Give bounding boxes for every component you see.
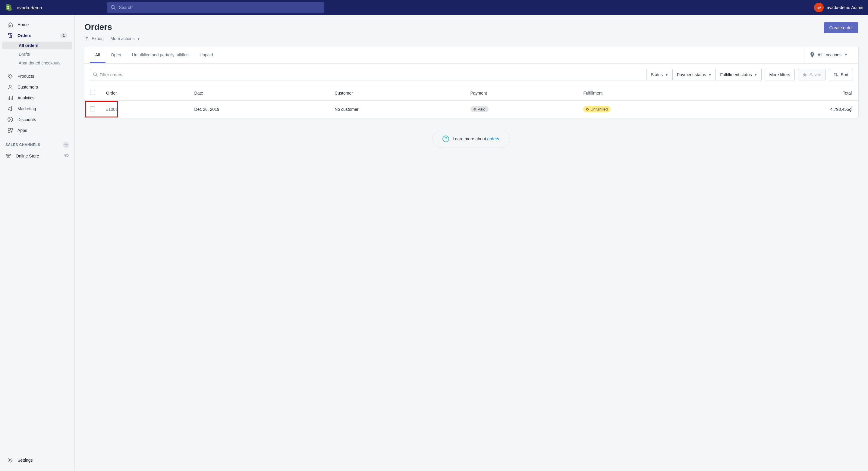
settings-label: Settings xyxy=(18,458,33,463)
search-icon xyxy=(93,72,98,77)
page-title: Orders xyxy=(84,22,112,32)
sidebar-item-products[interactable]: Products xyxy=(2,71,72,81)
sidebar-sub-abandoned-checkouts[interactable]: Abandoned checkouts xyxy=(2,59,72,67)
user-menu[interactable]: aA avada-demo Admin xyxy=(814,3,863,12)
sort-button[interactable]: Sort xyxy=(829,69,853,80)
column-fulfillment[interactable]: Fulfillment xyxy=(578,86,727,101)
sidebar-item-customers[interactable]: Customers xyxy=(2,82,72,92)
location-pin-icon xyxy=(810,52,815,58)
sales-channels-heading: SALES CHANNELS xyxy=(5,143,40,147)
plus-icon xyxy=(64,143,68,147)
sidebar-item-marketing[interactable]: Marketing xyxy=(2,104,72,113)
svg-line-1 xyxy=(114,8,116,10)
sidebar-item-label: Orders xyxy=(18,33,31,38)
more-filters-button[interactable]: More filters xyxy=(765,69,795,80)
sidebar-item-discounts[interactable]: Discounts xyxy=(2,115,72,124)
gear-icon xyxy=(7,457,13,463)
svg-point-3 xyxy=(9,85,11,87)
orders-card: AllOpenUnfulfilled and partially fulfill… xyxy=(84,46,858,118)
learn-more-card: Learn more about orders. xyxy=(433,130,510,148)
saved-filters-button[interactable]: Saved xyxy=(798,69,826,80)
status-filter[interactable]: Status▼ xyxy=(647,69,673,80)
order-total: 4,793,455₫ xyxy=(830,107,852,112)
eye-icon[interactable] xyxy=(64,153,69,159)
svg-rect-10 xyxy=(8,156,9,158)
shopify-logo-icon xyxy=(5,4,12,11)
column-payment[interactable]: Payment xyxy=(465,86,578,101)
search-icon xyxy=(111,5,116,10)
learn-more-suffix: . xyxy=(499,136,500,141)
user-name: avada-demo Admin xyxy=(827,5,863,10)
payment-status-filter[interactable]: Payment status▼ xyxy=(673,69,716,80)
column-customer[interactable]: Customer xyxy=(329,86,465,101)
order-customer: No customer xyxy=(335,107,358,112)
svg-point-13 xyxy=(94,73,97,76)
sidebar-item-label: Home xyxy=(18,22,29,27)
add-channel-button[interactable] xyxy=(63,142,69,148)
tab-open[interactable]: Open xyxy=(105,47,127,63)
learn-more-prefix: Learn more about xyxy=(453,136,487,141)
star-icon xyxy=(802,72,807,77)
chevron-down-icon: ▼ xyxy=(844,53,847,57)
global-search[interactable] xyxy=(107,2,324,13)
help-circle-icon xyxy=(442,136,449,142)
sidebar-item-label: Discounts xyxy=(18,117,36,122)
svg-point-16 xyxy=(445,140,446,141)
row-checkbox[interactable] xyxy=(90,106,95,111)
select-all-checkbox[interactable] xyxy=(90,90,95,95)
svg-point-2 xyxy=(9,75,10,76)
sidebar-item-label: Analytics xyxy=(18,96,34,100)
svg-rect-8 xyxy=(10,128,12,130)
table-row[interactable]: #1001Dec 26, 2019No customerPaidUnfulfil… xyxy=(84,101,858,118)
svg-point-0 xyxy=(111,5,114,8)
avatar: aA xyxy=(814,3,824,12)
sidebar-item-label: Marketing xyxy=(18,106,36,111)
column-date[interactable]: Date xyxy=(189,86,330,101)
sidebar-badge: 1 xyxy=(60,33,67,38)
sidebar-sub-drafts[interactable]: Drafts xyxy=(2,50,72,58)
export-icon xyxy=(84,36,89,41)
channel-online-store[interactable]: Online Store xyxy=(0,151,74,161)
order-number[interactable]: #1001 xyxy=(106,107,118,112)
chevron-down-icon: ▼ xyxy=(665,73,668,76)
main-content: Orders Create order Export More actions … xyxy=(75,15,868,471)
payment-badge: Paid xyxy=(470,106,489,112)
sidebar-item-label: Products xyxy=(18,74,34,78)
sidebar-item-apps[interactable]: Apps xyxy=(2,126,72,135)
tab-unfulfilled-and-partially-fulfilled[interactable]: Unfulfilled and partially fulfilled xyxy=(127,47,194,63)
tab-all[interactable]: All xyxy=(90,47,105,63)
orders-table: OrderDateCustomerPaymentFulfillmentTotal… xyxy=(84,86,858,118)
tab-unpaid[interactable]: Unpaid xyxy=(194,47,218,63)
learn-more-link[interactable]: orders xyxy=(487,136,499,141)
filter-orders-input-wrap[interactable] xyxy=(90,69,647,80)
column-order[interactable]: Order xyxy=(101,86,189,101)
sidebar-item-label: Customers xyxy=(18,85,38,90)
create-order-button[interactable]: Create order xyxy=(824,22,858,33)
shop-name[interactable]: avada-demo xyxy=(17,5,42,10)
sidebar-sub-all-orders[interactable]: All orders xyxy=(2,41,72,49)
topbar: avada-demo aA avada-demo Admin xyxy=(0,0,868,15)
svg-point-6 xyxy=(11,120,11,121)
sidebar-item-analytics[interactable]: Analytics xyxy=(2,93,72,103)
order-date: Dec 26, 2019 xyxy=(194,107,219,112)
sidebar: HomeOrders1All ordersDraftsAbandoned che… xyxy=(0,15,75,471)
sidebar-item-home[interactable]: Home xyxy=(2,20,72,30)
svg-rect-9 xyxy=(8,131,10,133)
location-picker[interactable]: All Locations ▼ xyxy=(804,46,853,63)
svg-rect-7 xyxy=(8,128,10,130)
sort-icon xyxy=(833,72,838,77)
sidebar-item-orders[interactable]: Orders1 xyxy=(2,31,72,40)
chevron-down-icon: ▼ xyxy=(754,73,757,76)
chevron-down-icon: ▼ xyxy=(709,73,712,76)
export-button[interactable]: Export xyxy=(84,36,104,41)
global-search-input[interactable] xyxy=(119,5,321,10)
fulfillment-status-filter[interactable]: Fulfillment status▼ xyxy=(716,69,762,80)
filter-orders-input[interactable] xyxy=(98,72,644,77)
svg-line-14 xyxy=(96,75,97,76)
svg-point-11 xyxy=(66,155,67,156)
more-actions-button[interactable]: More actions ▼ xyxy=(110,36,140,41)
column-total[interactable]: Total xyxy=(727,86,859,101)
chevron-down-icon: ▼ xyxy=(137,37,140,40)
sidebar-item-settings[interactable]: Settings xyxy=(2,455,72,465)
svg-point-12 xyxy=(9,459,11,461)
